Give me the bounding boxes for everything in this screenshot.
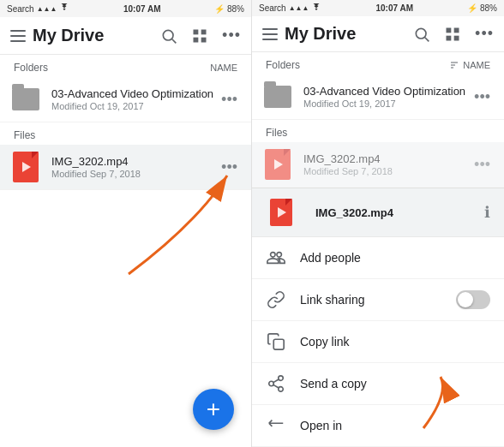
right-folders-header: Folders NAME [252,52,504,74]
right-bt-icon: ⚡ [467,3,477,13]
left-folder-info: 03-Advanced Video Optimization Modified … [51,87,218,111]
left-folders-label: Folders [14,62,48,74]
left-status-bar: Search ▲▲▲ 10:07 AM ⚡ 88% [0,0,251,17]
context-menu-file-name: IMG_3202.mp4 [315,206,484,219]
right-wifi-icon [311,3,321,14]
right-grid-button[interactable] [444,26,461,43]
context-info-icon[interactable]: ℹ [484,203,490,222]
link-sharing-icon [266,289,286,310]
left-wifi-icon [59,3,69,14]
svg-line-8 [425,37,429,41]
context-file-icon [266,197,297,228]
right-folder-meta: Modified Oct 19, 2017 [303,98,471,109]
svg-rect-12 [454,35,459,40]
right-files-label: Files [266,127,287,139]
right-folder-icon [262,81,293,112]
context-menu-header: IMG_3202.mp4 ℹ [252,188,504,237]
context-send-copy[interactable]: Send a copy [252,363,504,405]
svg-point-16 [279,387,284,392]
right-search-status: Search [259,3,286,13]
left-top-bar: My Drive ••• [0,17,251,55]
right-folders-label: Folders [266,59,300,71]
context-menu-file-info: IMG_3202.mp4 [315,206,484,219]
right-status-bar-right: ⚡ 88% [467,3,497,13]
send-copy-label: Send a copy [300,377,490,390]
svg-line-18 [273,379,279,383]
left-folder-more[interactable]: ••• [218,87,241,112]
link-sharing-toggle[interactable] [456,290,490,309]
right-folder-more[interactable]: ••• [471,85,494,110]
left-folder-meta: Modified Oct 19, 2017 [51,101,218,111]
right-drive-title: My Drive [285,24,413,44]
add-people-label: Add people [300,251,490,265]
add-people-icon [266,247,286,268]
right-folder-name: 03-Advanced Video Optimization [303,85,471,98]
left-battery: 88% [227,4,244,14]
send-copy-icon [266,373,286,394]
copy-link-label: Copy link [300,335,490,349]
svg-point-0 [163,30,173,40]
left-signal: ▲▲▲ [37,5,57,13]
left-files-label: Files [14,129,35,141]
right-search-button[interactable] [413,26,430,43]
right-file-meta: Modified Sep 7, 2018 [303,166,471,176]
context-copy-link[interactable]: Copy link [252,321,504,363]
left-folders-sort[interactable]: NAME [196,63,237,73]
right-folder-info: 03-Advanced Video Optimization Modified … [303,85,471,109]
copy-link-icon [266,331,286,352]
svg-rect-4 [194,37,199,42]
left-status-bar-left: Search ▲▲▲ [7,3,69,14]
context-open-in[interactable]: Open in [252,405,504,447]
left-top-icons: ••• [160,27,241,45]
right-file-more[interactable]: ••• [471,152,494,177]
left-drive-title: My Drive [33,26,160,45]
left-fab[interactable]: + [193,389,234,430]
left-folder-icon [10,84,41,115]
right-sort-label: NAME [463,60,490,70]
svg-rect-9 [447,27,452,33]
left-search-button[interactable] [160,27,177,45]
left-folders-header: Folders NAME [0,55,251,77]
left-panel: Search ▲▲▲ 10:07 AM ⚡ 88% My Drive ••• [0,0,252,447]
left-grid-button[interactable] [191,27,208,45]
context-link-sharing[interactable]: Link sharing [252,279,504,321]
right-files-header: Files [252,120,504,142]
left-status-bar-right: ⚡ 88% [214,4,244,14]
left-menu-button[interactable] [10,30,26,42]
right-folders-sort[interactable]: NAME [449,60,490,70]
right-panel: Search ▲▲▲ 10:07 AM ⚡ 88% My Drive ••• [252,0,504,447]
left-files-header: Files [0,122,251,145]
left-file-item[interactable]: IMG_3202.mp4 Modified Sep 7, 2018 ••• [0,145,251,190]
svg-rect-11 [447,35,452,40]
left-folder-item[interactable]: 03-Advanced Video Optimization Modified … [0,77,251,122]
left-file-more[interactable]: ••• [218,155,241,180]
left-file-icon [10,152,41,182]
svg-rect-3 [201,29,207,34]
right-status-bar: Search ▲▲▲ 10:07 AM ⚡ 88% [252,0,504,16]
right-file-item[interactable]: IMG_3202.mp4 Modified Sep 7, 2018 ••• [252,142,504,188]
right-file-name: IMG_3202.mp4 [303,152,471,165]
left-sort-label: NAME [210,63,237,73]
open-in-label: Open in [300,419,490,432]
left-folder-name: 03-Advanced Video Optimization [51,87,218,100]
svg-rect-2 [194,29,199,34]
context-add-people[interactable]: Add people [252,237,504,279]
right-folder-item[interactable]: 03-Advanced Video Optimization Modified … [252,74,504,120]
svg-point-7 [416,28,426,39]
left-file-name: IMG_3202.mp4 [51,155,218,168]
right-menu-button[interactable] [262,28,278,40]
left-fab-icon: + [207,396,220,423]
left-file-meta: Modified Sep 7, 2018 [51,169,218,179]
open-in-icon [266,415,286,436]
link-sharing-label: Link sharing [300,293,456,307]
svg-point-14 [279,376,284,381]
right-time: 10:07 AM [375,3,413,13]
context-menu: IMG_3202.mp4 ℹ Add people Link sharing C… [252,188,504,447]
right-top-icons: ••• [413,25,494,43]
svg-line-1 [172,39,177,43]
svg-rect-13 [273,339,284,349]
right-more-button[interactable]: ••• [475,25,494,43]
left-time: 10:07 AM [123,4,161,14]
left-more-button[interactable]: ••• [222,27,241,45]
right-signal: ▲▲▲ [289,4,309,12]
